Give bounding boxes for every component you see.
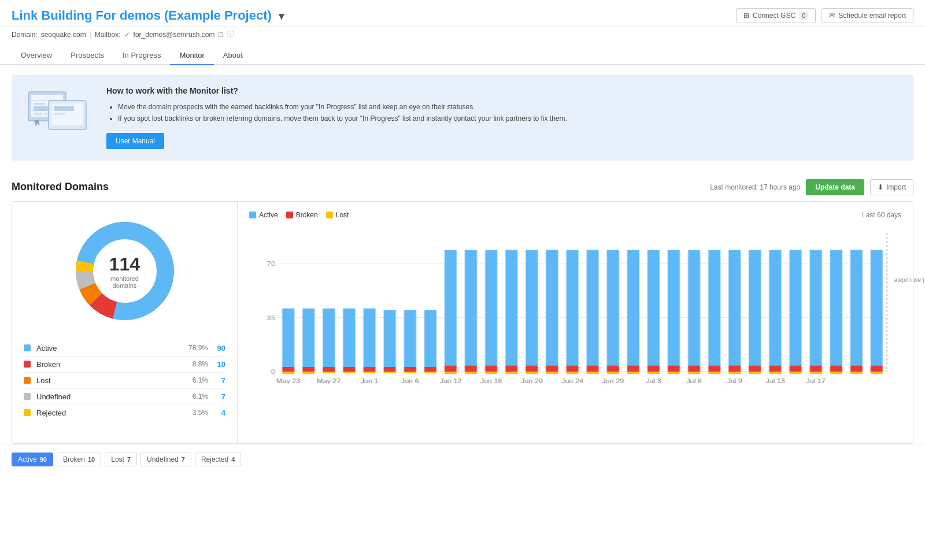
- domain-label: Domain:: [12, 31, 38, 39]
- tab-prospects[interactable]: Prospects: [61, 46, 113, 65]
- schedule-label: Schedule email report: [838, 12, 906, 20]
- dropdown-arrow-icon[interactable]: ▾: [279, 10, 284, 22]
- tabs-nav: Overview Prospects In Progress Monitor A…: [0, 46, 925, 65]
- section-actions: Last monitored: 17 hours ago Update data…: [710, 179, 913, 195]
- mailbox-label: Mailbox:: [95, 31, 121, 39]
- legend-item-broken: Broken 8.8% 10: [24, 357, 225, 373]
- import-button[interactable]: ⬇ Import: [870, 179, 913, 195]
- filter-tab-label-broken: Broken: [63, 455, 85, 463]
- filter-tab-active[interactable]: Active 90: [12, 453, 53, 466]
- legend-dot-broken: [24, 361, 31, 368]
- svg-rect-5: [34, 113, 42, 115]
- monitor-illustration-icon: [25, 86, 95, 138]
- legend-item-undefined: Undefined 6.1% 7: [24, 389, 225, 405]
- header: Link Building For demos (Example Project…: [0, 0, 925, 27]
- connect-label: Connect GSC: [753, 12, 796, 20]
- bar-chart-header: Active Broken Lost Last 60 days: [249, 211, 901, 219]
- separator: |: [90, 31, 91, 39]
- domain-value: seoquake.com: [41, 31, 86, 39]
- connect-icon: ⊞: [743, 12, 749, 20]
- mailbox-email: for_demos@semrush.com: [134, 31, 215, 39]
- filter-tab-label-active: Active: [18, 455, 37, 463]
- last-60-label: Last 60 days: [862, 211, 901, 219]
- tab-about[interactable]: About: [214, 46, 252, 65]
- info-icon: ⓘ: [227, 29, 234, 39]
- filter-tab-count-broken: 10: [88, 456, 95, 463]
- legend-name-broken: Broken: [36, 360, 176, 369]
- update-data-button[interactable]: Update data: [806, 179, 864, 195]
- import-label: Import: [886, 183, 906, 191]
- bar-panel: Active Broken Lost Last 60 days Last upd…: [238, 202, 913, 443]
- section-header: Monitored Domains Last monitored: 17 hou…: [0, 170, 925, 201]
- schedule-email-button[interactable]: ✉ Schedule email report: [822, 8, 913, 23]
- banner-text: How to work with the Monitor list? Move …: [106, 86, 567, 149]
- legend-pct-rejected: 3.5%: [176, 409, 208, 417]
- email-icon: ✉: [829, 12, 835, 20]
- svg-rect-9: [54, 106, 74, 111]
- svg-rect-10: [54, 113, 65, 115]
- last-monitored-text: Last monitored: 17 hours ago: [710, 183, 800, 191]
- donut-panel: 114 monitored domains Active 78.9% 90 Br…: [12, 202, 238, 443]
- legend-count-rejected[interactable]: 4: [208, 409, 225, 417]
- banner-bullet-2: If you spot lost backlinks or broken ref…: [118, 113, 567, 124]
- filter-tab-label-undefined: Undefined: [147, 455, 179, 463]
- banner-title: How to work with the Monitor list?: [106, 86, 567, 95]
- donut-legend: Active 78.9% 90 Broken 8.8% 10 Lost 6.1%…: [24, 340, 225, 421]
- donut-label1: monitored: [109, 275, 140, 281]
- filter-tabs: Active 90Broken 10Lost 7Undefined 7Rejec…: [0, 444, 925, 474]
- filter-tab-rejected[interactable]: Rejected 4: [195, 453, 242, 466]
- bar-legend-cb-active: [249, 212, 256, 218]
- filter-tab-label-lost: Lost: [111, 455, 124, 463]
- banner-list: Move the domain prospects with the earne…: [106, 101, 567, 125]
- last-update-label: Last update: [894, 277, 924, 283]
- section-title: Monitored Domains: [12, 181, 109, 193]
- legend-name-rejected: Rejected: [36, 409, 176, 417]
- import-icon: ⬇: [878, 183, 883, 191]
- legend-count-lost[interactable]: 7: [208, 376, 225, 385]
- filter-tab-lost[interactable]: Lost 7: [105, 453, 137, 466]
- legend-pct-broken: 8.8%: [176, 360, 208, 368]
- legend-count-active[interactable]: 90: [208, 344, 225, 353]
- title-blue: For demos (Example Project): [95, 8, 271, 23]
- tab-in-progress[interactable]: In Progress: [113, 46, 170, 65]
- connect-count: 0: [799, 12, 808, 20]
- bar-legend-item-broken[interactable]: Broken: [286, 211, 318, 219]
- connect-gsc-button[interactable]: ⊞ Connect GSC 0: [736, 8, 816, 23]
- filter-tab-count-lost: 7: [127, 456, 131, 463]
- title-static: Link Building: [12, 8, 95, 23]
- legend-pct-lost: 6.1%: [176, 376, 208, 384]
- bar-legend-label-broken: Broken: [296, 211, 318, 219]
- filter-tab-label-rejected: Rejected: [201, 455, 228, 463]
- tab-monitor[interactable]: Monitor: [170, 46, 213, 65]
- filter-tab-undefined[interactable]: Undefined 7: [140, 453, 191, 466]
- bar-legend-item-active[interactable]: Active: [249, 211, 278, 219]
- legend-dot-lost: [24, 377, 31, 384]
- user-manual-button[interactable]: User Manual: [106, 133, 164, 149]
- legend-count-undefined[interactable]: 7: [208, 392, 225, 401]
- legend-pct-undefined: 6.1%: [176, 392, 208, 400]
- legend-name-lost: Lost: [36, 376, 176, 385]
- legend-dot-active: [24, 344, 31, 351]
- filter-tab-broken[interactable]: Broken 10: [57, 453, 101, 466]
- svg-rect-3: [34, 103, 45, 105]
- bar-legend-item-lost[interactable]: Lost: [326, 211, 349, 219]
- donut-total: 114: [109, 253, 140, 275]
- legend-item-lost: Lost 6.1% 7: [24, 373, 225, 389]
- filter-tab-count-rejected: 4: [231, 456, 235, 463]
- legend-item-active: Active 78.9% 90: [24, 340, 225, 357]
- tab-overview[interactable]: Overview: [12, 46, 61, 65]
- mailbox-check-icon: ✓: [124, 31, 130, 39]
- filter-tab-count-undefined: 7: [182, 456, 185, 463]
- bar-legend-cb-broken: [286, 212, 293, 218]
- domain-info: Domain: seoquake.com | Mailbox: ✓ for_de…: [0, 27, 925, 44]
- legend-name-undefined: Undefined: [36, 392, 176, 401]
- bar-legend-label-active: Active: [259, 211, 278, 219]
- legend-count-broken[interactable]: 10: [208, 360, 225, 369]
- bar-chart-area: [249, 227, 901, 402]
- header-actions: ⊞ Connect GSC 0 ✉ Schedule email report: [736, 8, 913, 23]
- copy-icon[interactable]: ⊡: [218, 31, 224, 39]
- legend-name-active: Active: [36, 344, 176, 353]
- legend-dot-undefined: [24, 393, 31, 400]
- bar-chart-canvas: [249, 227, 901, 400]
- page-title: Link Building For demos (Example Project…: [12, 8, 284, 23]
